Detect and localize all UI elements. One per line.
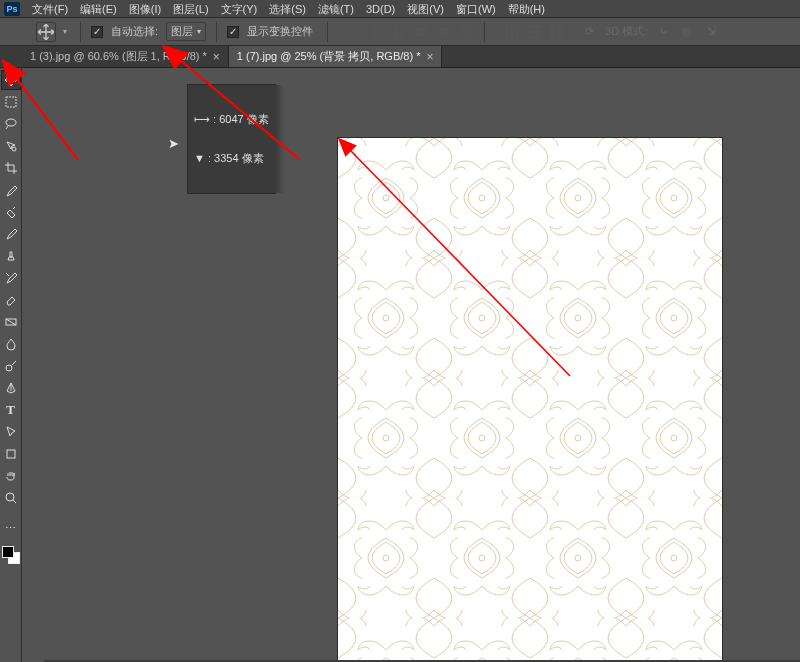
- orbit-3d-a-icon[interactable]: ⤿: [655, 24, 671, 40]
- separator: [80, 22, 81, 42]
- pen-tool-icon[interactable]: [1, 378, 21, 398]
- orbit-3d-b-icon[interactable]: ◎: [679, 24, 695, 40]
- gradient-tool-icon[interactable]: [1, 312, 21, 332]
- auto-select-target-dropdown[interactable]: 图层 ▾: [166, 22, 206, 41]
- orbit-3d-icon[interactable]: ⟳: [581, 24, 597, 40]
- coord-width: ⟼ : 6047 像素: [194, 113, 269, 126]
- document-tab-1-label: 1 (3).jpg @ 60.6% (图层 1, RGB/8) *: [30, 49, 207, 64]
- eyedropper-tool-icon[interactable]: [1, 180, 21, 200]
- path-select-tool-icon[interactable]: [1, 422, 21, 442]
- menu-image[interactable]: 图像(I): [123, 0, 167, 18]
- foreground-swatch[interactable]: [2, 546, 14, 558]
- auto-select-checkbox[interactable]: ✓: [91, 26, 103, 38]
- svg-rect-12: [7, 450, 15, 458]
- align-bottom-icon[interactable]: [390, 23, 408, 41]
- align-vcenter-icon[interactable]: [368, 23, 386, 41]
- menu-select[interactable]: 选择(S): [263, 0, 312, 18]
- svg-rect-8: [6, 97, 16, 107]
- align-icons-group: [346, 23, 474, 41]
- blur-tool-icon[interactable]: [1, 334, 21, 354]
- canvas-area[interactable]: ➤ ⟼ : 6047 像素 ▼ : 3354 像素: [22, 68, 800, 662]
- auto-select-target-value: 图层: [171, 24, 193, 39]
- coord-height: ▼ : 3354 像素: [194, 152, 269, 165]
- svg-point-9: [12, 147, 16, 151]
- svg-point-13: [6, 493, 14, 501]
- document-tab-1[interactable]: 1 (3).jpg @ 60.6% (图层 1, RGB/8) * ×: [22, 46, 229, 67]
- shape-tool-icon[interactable]: [1, 444, 21, 464]
- distribute-h-icon[interactable]: [503, 23, 521, 41]
- drag-coord-tooltip: ➤ ⟼ : 6047 像素 ▼ : 3354 像素: [168, 84, 276, 194]
- options-trailing: ⟳ 3D 模式: ⤿ ◎ ⇲: [581, 24, 719, 40]
- align-hcenter-icon[interactable]: [434, 23, 452, 41]
- arrow-cursor-icon: ➤: [168, 136, 179, 151]
- svg-rect-5: [528, 35, 541, 38]
- tool-indicator-chevron-icon[interactable]: ▾: [60, 22, 70, 42]
- quick-select-tool-icon[interactable]: [1, 136, 21, 156]
- menu-file[interactable]: 文件(F): [26, 0, 74, 18]
- svg-rect-7: [559, 26, 563, 36]
- menu-layer[interactable]: 图层(L): [167, 0, 214, 18]
- menu-filter[interactable]: 滤镜(T): [312, 0, 360, 18]
- svg-rect-4: [528, 30, 541, 33]
- document-pattern-icon: [338, 138, 722, 660]
- options-bar: ▾ ✓ 自动选择: 图层 ▾ ✓ 显示变换控件 ⟳ 3D 模式: ⤿ ◎ ⇲: [0, 18, 800, 46]
- orbit-3d-c-icon[interactable]: ⇲: [703, 24, 719, 40]
- align-left-icon[interactable]: [412, 23, 430, 41]
- move-tool-icon[interactable]: [1, 70, 21, 90]
- auto-select-label: 自动选择:: [107, 24, 162, 39]
- zoom-tool-icon[interactable]: [1, 488, 21, 508]
- app-logo: Ps: [4, 2, 20, 16]
- history-brush-tool-icon[interactable]: [1, 268, 21, 288]
- chevron-down-icon: ▾: [197, 27, 201, 36]
- separator: [484, 22, 485, 42]
- align-right-icon[interactable]: [456, 23, 474, 41]
- svg-rect-3: [528, 25, 541, 28]
- edit-toolbar-icon[interactable]: ⋯: [1, 518, 21, 538]
- document-tab-2-label: 1 (7).jpg @ 25% (背景 拷贝, RGB/8) *: [237, 49, 421, 64]
- tool-indicator-move-icon[interactable]: [36, 22, 56, 42]
- brush-tool-icon[interactable]: [1, 224, 21, 244]
- distribute-icons-group: [503, 23, 565, 41]
- close-icon[interactable]: ×: [213, 50, 220, 64]
- document-canvas[interactable]: [338, 138, 722, 660]
- dodge-tool-icon[interactable]: [1, 356, 21, 376]
- document-tab-2[interactable]: 1 (7).jpg @ 25% (背景 拷贝, RGB/8) * ×: [229, 46, 443, 67]
- svg-rect-6: [550, 26, 554, 36]
- separator: [327, 22, 328, 42]
- show-transform-label: 显示变换控件: [243, 24, 317, 39]
- svg-rect-1: [511, 25, 514, 38]
- stamp-tool-icon[interactable]: [1, 246, 21, 266]
- hand-tool-icon[interactable]: [1, 466, 21, 486]
- mode-3d-label: 3D 模式:: [605, 24, 647, 39]
- align-top-icon[interactable]: [346, 23, 364, 41]
- toolbox: T ⋯: [0, 68, 22, 662]
- svg-point-11: [6, 365, 12, 371]
- menu-type[interactable]: 文字(Y): [215, 0, 264, 18]
- svg-rect-0: [506, 25, 509, 38]
- menu-help[interactable]: 帮助(H): [502, 0, 551, 18]
- lasso-tool-icon[interactable]: [1, 114, 21, 134]
- close-icon[interactable]: ×: [426, 50, 433, 64]
- healing-tool-icon[interactable]: [1, 202, 21, 222]
- color-swatch[interactable]: [2, 546, 20, 564]
- distribute-v-icon[interactable]: [525, 23, 543, 41]
- distribute-spacing-icon[interactable]: [547, 23, 565, 41]
- menu-view[interactable]: 视图(V): [401, 0, 450, 18]
- menu-window[interactable]: 窗口(W): [450, 0, 502, 18]
- separator: [216, 22, 217, 42]
- crop-tool-icon[interactable]: [1, 158, 21, 178]
- menu-3d[interactable]: 3D(D): [360, 0, 401, 18]
- marquee-tool-icon[interactable]: [1, 92, 21, 112]
- type-tool-icon[interactable]: T: [1, 400, 21, 420]
- menu-edit[interactable]: 编辑(E): [74, 0, 123, 18]
- document-tabbar: 1 (3).jpg @ 60.6% (图层 1, RGB/8) * × 1 (7…: [0, 46, 800, 68]
- menubar: Ps 文件(F) 编辑(E) 图像(I) 图层(L) 文字(Y) 选择(S) 滤…: [0, 0, 800, 18]
- show-transform-checkbox[interactable]: ✓: [227, 26, 239, 38]
- eraser-tool-icon[interactable]: [1, 290, 21, 310]
- svg-rect-2: [516, 25, 519, 38]
- svg-rect-15: [338, 138, 722, 660]
- coord-readout: ⟼ : 6047 像素 ▼ : 3354 像素: [187, 84, 276, 194]
